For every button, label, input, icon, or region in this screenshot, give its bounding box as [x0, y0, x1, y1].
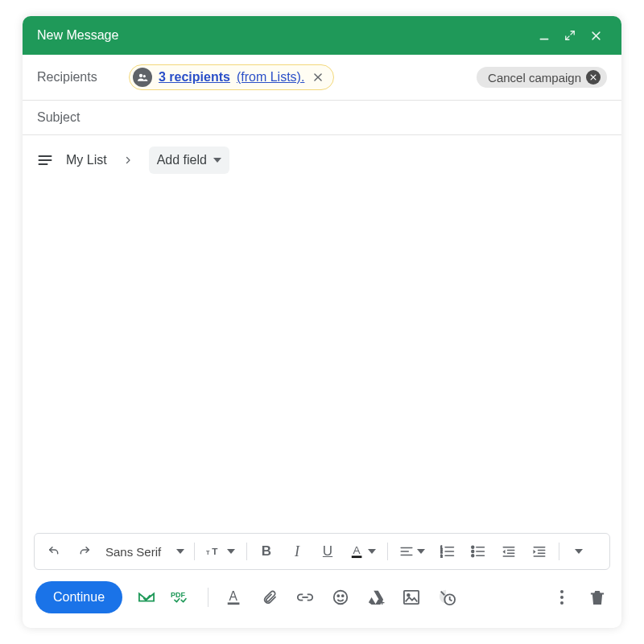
svg-text:T: T [212, 546, 218, 556]
numbered-list-button[interactable]: 123 [433, 537, 462, 566]
caret-down-icon [176, 549, 184, 554]
bold-icon: B [262, 543, 271, 559]
window-title: New Message [37, 28, 531, 43]
underline-button[interactable]: U [313, 537, 342, 566]
discard-draft-button[interactable] [586, 586, 609, 609]
svg-text:2: 2 [440, 550, 443, 554]
separator [194, 543, 195, 560]
font-size-button[interactable]: TT [200, 537, 242, 566]
minimize-button[interactable] [531, 23, 557, 48]
recipients-label: Recipients [37, 70, 119, 85]
svg-point-10 [472, 551, 474, 553]
italic-icon: I [295, 543, 299, 560]
add-field-label: Add field [157, 153, 207, 167]
svg-point-17 [342, 595, 344, 597]
svg-point-15 [334, 591, 348, 605]
close-button[interactable] [583, 23, 609, 48]
svg-rect-5 [352, 555, 362, 558]
svg-text:1: 1 [440, 546, 443, 550]
italic-button[interactable]: I [283, 537, 312, 566]
align-button[interactable] [393, 537, 431, 566]
redo-button[interactable] [70, 537, 99, 566]
recipients-chip[interactable]: 3 recipients (from Lists). [129, 64, 334, 90]
separator [387, 543, 388, 560]
format-toolbar: Sans Serif TT B I U A 123 [34, 533, 610, 570]
compose-window: New Message Recipients [23, 16, 621, 628]
svg-point-22 [560, 590, 564, 593]
svg-text:A: A [353, 544, 361, 556]
more-formatting-button[interactable] [564, 537, 593, 566]
merge-bar: My List Add field [23, 135, 621, 174]
svg-text:T: T [206, 549, 210, 556]
caret-down-icon [213, 158, 221, 163]
cancel-campaign-button[interactable]: Cancel campaign [477, 67, 607, 88]
attach-file-icon[interactable] [258, 586, 281, 609]
svg-point-16 [337, 595, 339, 597]
tracking-icon[interactable] [135, 586, 158, 609]
underline-icon: U [323, 543, 332, 559]
pdf-attach-icon[interactable]: PDF [171, 586, 193, 609]
separator [559, 543, 559, 560]
svg-point-9 [472, 546, 474, 548]
separator [246, 543, 247, 560]
svg-text:+: + [380, 597, 385, 605]
cancel-campaign-close-icon[interactable] [586, 70, 601, 85]
svg-rect-14 [228, 602, 240, 605]
font-family-select[interactable]: Sans Serif [101, 537, 189, 566]
svg-text:3: 3 [440, 555, 443, 559]
continue-button[interactable]: Continue [35, 581, 122, 613]
titlebar: New Message [23, 16, 621, 55]
svg-text:PDF: PDF [171, 591, 186, 599]
undo-button[interactable] [39, 537, 68, 566]
fullscreen-button[interactable] [557, 23, 583, 48]
text-format-icon[interactable]: A [223, 586, 246, 609]
svg-point-1 [143, 75, 146, 77]
insert-drive-icon[interactable]: + [365, 586, 387, 609]
insert-emoji-icon[interactable] [329, 586, 352, 609]
bold-button[interactable]: B [252, 537, 281, 566]
group-icon [133, 68, 152, 87]
recipients-source-label: (from Lists). [237, 70, 304, 85]
schedule-send-icon[interactable] [436, 586, 458, 609]
message-body[interactable] [23, 174, 621, 533]
list-name[interactable]: My List [66, 153, 107, 167]
subject-row [23, 101, 621, 135]
list-menu-icon[interactable] [37, 154, 53, 167]
svg-point-0 [139, 74, 142, 77]
svg-point-11 [472, 555, 474, 557]
svg-point-23 [560, 596, 564, 599]
svg-point-24 [560, 601, 564, 605]
bulleted-list-button[interactable] [464, 537, 493, 566]
font-family-label: Sans Serif [105, 545, 161, 559]
chevron-right-icon [118, 155, 138, 165]
cancel-campaign-label: Cancel campaign [488, 71, 581, 85]
recipients-count-link[interactable]: 3 recipients [159, 70, 230, 85]
indent-more-button[interactable] [525, 537, 554, 566]
text-color-button[interactable]: A [344, 537, 382, 566]
action-bar: Continue PDF A + [23, 570, 621, 628]
indent-less-button[interactable] [494, 537, 523, 566]
svg-point-20 [407, 594, 410, 597]
insert-photo-icon[interactable] [400, 586, 423, 609]
recipients-row: Recipients 3 recipients (from Lists). Ca… [23, 55, 621, 101]
add-field-button[interactable]: Add field [149, 147, 229, 174]
insert-link-icon[interactable] [294, 586, 316, 609]
svg-text:A: A [229, 589, 238, 603]
remove-recipients-icon[interactable] [311, 70, 325, 85]
subject-input[interactable] [37, 110, 607, 125]
more-options-button[interactable] [551, 586, 573, 609]
separator [208, 588, 208, 607]
